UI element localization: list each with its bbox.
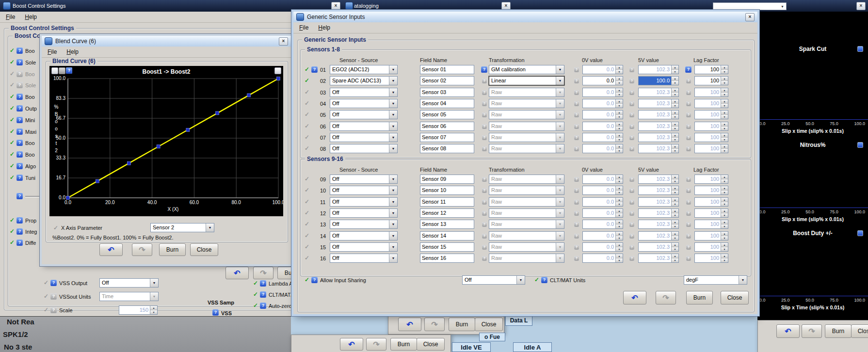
field-name-input[interactable]: Sensor 16: [420, 254, 474, 263]
v0-value-spinner-up-icon[interactable]: ▲: [616, 111, 623, 115]
transformation-select-arrow[interactable]: ▼: [556, 122, 564, 130]
transformation-select-arrow[interactable]: ▼: [556, 111, 564, 119]
v5-value-spinner-down-icon[interactable]: ▼: [672, 104, 678, 108]
lag-factor-spinner-up-icon[interactable]: ▲: [721, 220, 728, 224]
lag-help-icon[interactable]: ?: [686, 188, 691, 193]
sensor-enable-check[interactable]: ✓: [305, 176, 311, 182]
sensor-source-select-arrow[interactable]: ▼: [389, 122, 397, 130]
lag-factor-spinner-up-icon[interactable]: ▲: [721, 77, 728, 81]
transformation-help-icon[interactable]: ?: [482, 79, 487, 83]
transformation-select[interactable]: Raw▼: [489, 197, 564, 207]
sharing-help-icon[interactable]: ?: [311, 277, 318, 283]
x-axis-parameter-select[interactable]: Sensor 2▼: [150, 223, 214, 232]
undo-button[interactable]: ↶: [776, 324, 800, 338]
v0-value-spinner[interactable]: 0.0▲▼: [582, 88, 623, 97]
v5-help-icon[interactable]: ?: [629, 211, 634, 216]
sensor-enable-check[interactable]: ✓: [305, 100, 311, 107]
v0-help-icon[interactable]: ?: [574, 101, 579, 106]
redo-button[interactable]: ↷: [132, 243, 152, 256]
v0-value-spinner[interactable]: 0.0▲▼: [582, 186, 623, 195]
v5-value-spinner-up-icon[interactable]: ▲: [672, 122, 678, 127]
lag-factor-spinner-up-icon[interactable]: ▲: [721, 232, 728, 236]
lag-factor-spinner-down-icon[interactable]: ▼: [721, 213, 728, 217]
v5-help-icon[interactable]: ?: [629, 200, 634, 205]
v0-value-spinner-up-icon[interactable]: ▲: [616, 144, 623, 149]
tab-fuel[interactable]: o Fue: [479, 333, 505, 341]
chart-help-icon[interactable]: ?: [66, 67, 72, 74]
sensor-source-select[interactable]: Off▼: [330, 231, 398, 240]
vss-row-select[interactable]: Time▼: [99, 292, 159, 301]
burn-button[interactable]: Burn: [825, 324, 852, 338]
chart-settings-icon[interactable]: [274, 67, 281, 74]
lag-factor-spinner-down-icon[interactable]: ▼: [721, 127, 728, 130]
lag-factor-spinner-up-icon[interactable]: ▲: [721, 99, 728, 104]
transformation-select[interactable]: Raw▼: [489, 88, 564, 97]
sensor-source-select-arrow[interactable]: ▼: [389, 198, 397, 206]
v5-value-spinner-up-icon[interactable]: ▲: [672, 220, 678, 224]
sensor-source-select-arrow[interactable]: ▼: [389, 186, 397, 194]
v5-help-icon[interactable]: ?: [629, 101, 634, 106]
v5-value-spinner[interactable]: 102.3▲▼: [638, 220, 679, 229]
sensor-source-select[interactable]: Off▼: [330, 110, 398, 119]
v0-value-spinner-up-icon[interactable]: ▲: [616, 254, 623, 258]
vss-row-select-arrow[interactable]: ▼: [150, 292, 158, 301]
v5-value-spinner-down-icon[interactable]: ▼: [672, 258, 678, 262]
vss-row-check[interactable]: ✓: [44, 307, 50, 313]
transformation-select-arrow[interactable]: ▼: [556, 254, 564, 262]
undo-button[interactable]: ↶: [340, 338, 363, 351]
lag-factor-spinner[interactable]: 100▲▼: [694, 76, 728, 85]
v5-help-icon[interactable]: ?: [629, 177, 634, 182]
sensor-source-select-arrow[interactable]: ▼: [389, 209, 397, 217]
v0-value-spinner-up-icon[interactable]: ▲: [616, 175, 623, 179]
v5-help-icon[interactable]: ?: [629, 234, 634, 239]
v0-value-spinner-up-icon[interactable]: ▲: [616, 133, 623, 138]
transformation-select-arrow[interactable]: ▼: [556, 232, 564, 240]
titlebar[interactable]: Blend Curve (6) ×: [42, 36, 291, 47]
v0-help-icon[interactable]: ?: [574, 245, 579, 250]
lag-factor-spinner-up-icon[interactable]: ▲: [721, 186, 728, 191]
transformation-select[interactable]: Raw▼: [489, 110, 564, 119]
lag-factor-spinner[interactable]: 100▲▼: [694, 110, 728, 119]
sensor-source-select[interactable]: Off▼: [330, 220, 398, 229]
lag-factor-spinner-down-icon[interactable]: ▼: [721, 258, 728, 262]
chart-popout-icon[interactable]: [51, 67, 58, 74]
lag-help-icon[interactable]: ?: [686, 177, 691, 182]
sensor-option-label[interactable]: CLT/MAT/: [269, 292, 292, 298]
sensor-enable-check[interactable]: ✓: [305, 78, 311, 84]
transformation-select-arrow[interactable]: ▼: [556, 209, 564, 217]
v0-help-icon[interactable]: ?: [574, 234, 579, 239]
sensor-source-select-arrow[interactable]: ▼: [389, 243, 397, 251]
v5-value-spinner-up-icon[interactable]: ▲: [672, 254, 678, 258]
lag-factor-spinner-up-icon[interactable]: ▲: [721, 65, 728, 70]
sensor-help-icon[interactable]: ?: [311, 66, 318, 73]
transformation-select-arrow[interactable]: ▼: [556, 88, 564, 96]
vss-scale-spinner[interactable]: 150▲▼: [119, 305, 158, 315]
v5-value-spinner-up-icon[interactable]: ▲: [672, 99, 678, 104]
lag-factor-spinner-down-icon[interactable]: ▼: [721, 115, 728, 119]
field-name-input[interactable]: Sensor 15: [420, 242, 474, 252]
lag-factor-spinner[interactable]: 100▲▼: [694, 99, 728, 108]
v0-help-icon[interactable]: ?: [574, 135, 579, 140]
v0-value-spinner-up-icon[interactable]: ▲: [616, 65, 623, 70]
lag-factor-spinner-down-icon[interactable]: ▼: [721, 236, 728, 240]
sensor-option-help-icon[interactable]: ?: [260, 303, 266, 309]
v5-value-spinner-down-icon[interactable]: ▼: [672, 191, 678, 194]
close-button[interactable]: ×: [279, 37, 288, 46]
vss-help-icon[interactable]: ?: [212, 309, 219, 316]
v0-value-spinner-down-icon[interactable]: ▼: [616, 81, 623, 85]
lag-factor-spinner-up-icon[interactable]: ▲: [721, 144, 728, 149]
sensor-enable-check[interactable]: ✓: [305, 210, 311, 216]
lag-factor-spinner[interactable]: 100▲▼: [694, 122, 728, 131]
lag-factor-spinner-down-icon[interactable]: ▼: [721, 149, 728, 153]
transformation-help-icon[interactable]: ?: [482, 101, 487, 106]
transformation-help-icon[interactable]: ?: [482, 124, 487, 129]
v5-value-spinner-up-icon[interactable]: ▲: [672, 175, 678, 179]
sensor-source-select[interactable]: Off▼: [330, 208, 398, 218]
v5-help-icon[interactable]: ?: [629, 90, 634, 95]
undo-button[interactable]: ↶: [99, 243, 123, 256]
undo-button[interactable]: ↶: [623, 291, 646, 304]
lag-help-icon[interactable]: ?: [686, 79, 691, 83]
allow-input-sharing-select-arrow[interactable]: ▼: [516, 276, 525, 284]
lag-factor-spinner-up-icon[interactable]: ▲: [721, 175, 728, 179]
lag-factor-spinner-down-icon[interactable]: ▼: [721, 247, 728, 251]
